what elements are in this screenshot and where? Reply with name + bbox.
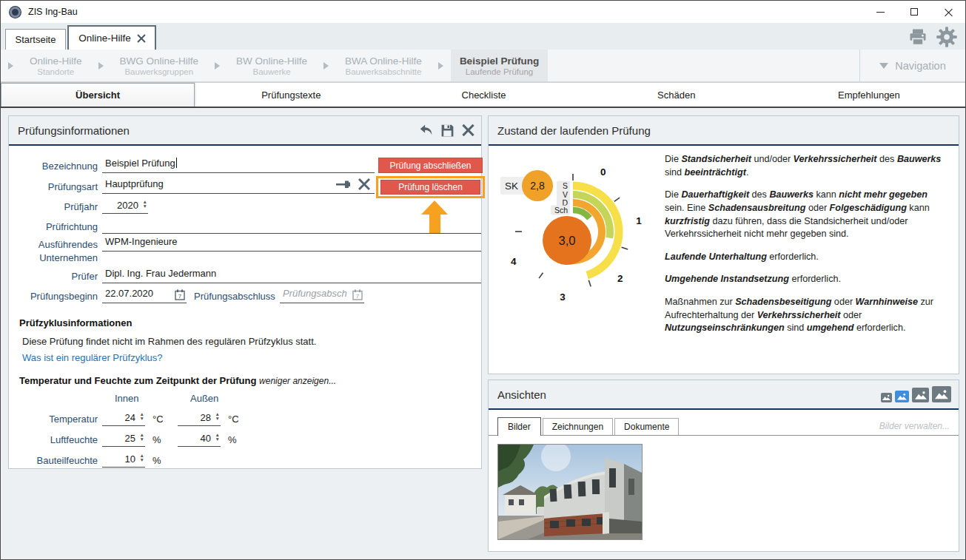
- image-icon: [897, 393, 907, 400]
- sk-value: 2,8: [530, 180, 545, 192]
- breadcrumb-item[interactable]: Online-HilfeStandorte: [21, 50, 91, 81]
- close-button[interactable]: [931, 1, 965, 23]
- subtab-checkliste[interactable]: Checkliste: [387, 83, 580, 107]
- gauge-tick: [539, 273, 543, 278]
- breadcrumb-item[interactable]: BW Online-HilfeBauwerke: [227, 50, 316, 81]
- weniger-anzeigen-link[interactable]: weniger anzeigen...: [259, 376, 336, 386]
- subtab-prfungstexte[interactable]: Prüfungstexte: [195, 83, 387, 107]
- maximize-button[interactable]: [897, 1, 931, 23]
- status-paragraphs: Die Standsicherheit und/oder Verkehrssic…: [665, 146, 959, 374]
- bilder-verwalten-link[interactable]: Bilder verwalten...: [879, 421, 950, 431]
- spinner-icon[interactable]: ▲▼: [215, 412, 220, 421]
- pruefer-input[interactable]: Dipl. Ing. Frau Jedermann: [102, 268, 481, 283]
- spinner-icon[interactable]: ▲▼: [140, 433, 144, 442]
- image-size-icon[interactable]: [932, 386, 951, 402]
- image-size-icons: [881, 386, 951, 402]
- clear-icon[interactable]: [358, 178, 370, 190]
- app-window: ZIS Ing-Bau Startseite Online-Hilfe: [0, 0, 966, 560]
- panel-close-icon[interactable]: [462, 124, 474, 136]
- unternehmen-label-1: Ausführendes: [12, 239, 98, 250]
- main-tabstrip: Startseite Online-Hilfe: [1, 23, 965, 50]
- pruefungsbeginn-input[interactable]: 22.07.2020 7: [102, 288, 187, 303]
- bezeichnung-input[interactable]: Beispiel Prüfung: [102, 158, 375, 173]
- spinner-icon[interactable]: ▲▼: [215, 433, 220, 442]
- divider: [9, 144, 481, 146]
- pruefung-abschliessen-button[interactable]: Prüfung abschließen: [378, 158, 483, 173]
- pruefung-loeschen-button[interactable]: Prüfung löschen: [380, 180, 480, 195]
- pruefungsart-input[interactable]: Hauptprüfung: [102, 178, 375, 194]
- breadcrumb-item[interactable]: BWG Online-HilfeBauwerksgruppen: [111, 50, 208, 81]
- pruefzyklus-link[interactable]: Was ist ein regulärer Prüfzyklus?: [22, 352, 163, 363]
- titlebar: ZIS Ing-Bau: [1, 1, 965, 23]
- status-paragraph: Die Standsicherheit und/oder Verkehrssic…: [665, 153, 947, 179]
- bilder-thumbnail[interactable]: [497, 444, 643, 540]
- status-paragraph: Die Dauerhaftigkeit des Bauwerks kann ni…: [665, 189, 947, 241]
- gauge-arc-Sch: [573, 210, 590, 218]
- gauge-series-label: S: [563, 181, 568, 190]
- temperatur-header: Temperatur und Feuchte zum Zeitpunkt der…: [19, 375, 336, 386]
- navigation-dropdown[interactable]: Navigation: [859, 50, 965, 81]
- unternehmen-label-2: Unternehmen: [12, 252, 98, 263]
- temp-input[interactable]: 28▲▼: [178, 411, 221, 426]
- sk-label: SK: [505, 181, 518, 192]
- temp-input[interactable]: 40▲▼: [178, 431, 221, 447]
- pin-icon[interactable]: [336, 179, 352, 189]
- pruefjahr-input[interactable]: 2020 ▲▼: [102, 198, 148, 214]
- image-size-icon[interactable]: [912, 388, 929, 402]
- gauge-scale-label: 3: [560, 291, 566, 303]
- pruefer-label: Prüfer: [12, 271, 98, 282]
- pruefungsart-label: Prüfungsart: [12, 181, 98, 192]
- gauge-series-label: Sch: [554, 206, 568, 215]
- calendar-icon[interactable]: 7: [175, 289, 185, 300]
- image-size-icon[interactable]: [895, 391, 909, 402]
- spinner-icon[interactable]: ▲▼: [140, 412, 144, 421]
- spinner-icon[interactable]: ▲▼: [143, 200, 147, 209]
- gauge-scale-label: 1: [636, 215, 642, 226]
- settings-gear-icon[interactable]: [936, 26, 958, 48]
- subtab-empfehlungen[interactable]: Empfehlungen: [773, 83, 965, 107]
- breadcrumb-item[interactable]: Beispiel PrüfungLaufende Prüfung: [451, 50, 548, 81]
- unit-label: °C: [228, 414, 239, 425]
- panel-title: Zustand der laufenden Prüfung: [497, 124, 651, 137]
- temp-input[interactable]: 24▲▼: [102, 411, 145, 426]
- gauge-tick: [622, 247, 628, 249]
- status-paragraph: Umgehende Instandsetzung erforderlich.: [665, 273, 947, 286]
- gauge-scale-label: 4: [511, 256, 517, 267]
- pruefungsabschluss-label: Prüfungsabschluss: [194, 291, 275, 302]
- temp-row-label: Luftfeuchte: [12, 434, 98, 445]
- breadcrumb: Online-HilfeStandorteBWG Online-HilfeBau…: [1, 50, 965, 82]
- calendar-icon[interactable]: 7: [352, 289, 363, 300]
- temp-input[interactable]: 10▲▼: [102, 452, 145, 468]
- subtabs: ÜbersichtPrüfungstexteChecklisteSchädenE…: [1, 82, 965, 108]
- minimize-button[interactable]: [863, 1, 897, 23]
- ansichten-tab-zeichnungen[interactable]: Zeichnungen: [543, 418, 613, 435]
- ansichten-tab-bilder[interactable]: Bilder: [497, 417, 541, 436]
- temp-input[interactable]: 25▲▼: [102, 431, 145, 447]
- ansichten-tab-dokumente[interactable]: Dokumente: [614, 418, 679, 435]
- pruefungsabschluss-input[interactable]: Prüfungsabsch 7: [280, 288, 364, 303]
- spinner-icon[interactable]: ▲▼: [140, 453, 144, 462]
- temp-row-label: Temperatur: [12, 414, 98, 425]
- print-icon[interactable]: [908, 27, 928, 47]
- subtab-bersicht[interactable]: Übersicht: [1, 83, 195, 107]
- panel-header: Ansichten: [489, 380, 959, 408]
- unternehmen-input[interactable]: WPM-Ingenieure: [102, 236, 481, 252]
- image-icon: [882, 394, 890, 400]
- breadcrumb-arrow-icon: [8, 62, 13, 70]
- tab-online-hilfe[interactable]: Online-Hilfe: [67, 25, 156, 50]
- image-icon: [915, 391, 927, 399]
- subtab-schden[interactable]: Schäden: [580, 83, 773, 107]
- breadcrumb-item[interactable]: BWA Online-HilfeBauwerksabschnitte: [336, 50, 431, 81]
- image-icon: [935, 389, 948, 399]
- save-icon[interactable]: [440, 123, 455, 138]
- undo-icon[interactable]: [418, 122, 435, 138]
- tab-close-icon[interactable]: [137, 34, 145, 42]
- gauge-scale-label: 2: [617, 273, 623, 284]
- image-size-icon[interactable]: [881, 393, 892, 402]
- panel-header: Prüfungsinformationen: [9, 116, 481, 144]
- zustand-gauge: 01234SVDSchSK2,83,0: [489, 146, 665, 374]
- breadcrumb-arrow-icon: [98, 62, 104, 70]
- panel-header: Zustand der laufenden Prüfung: [489, 116, 959, 144]
- tab-startseite[interactable]: Startseite: [5, 29, 66, 50]
- pruefjahr-label: Prüfjahr: [12, 201, 98, 212]
